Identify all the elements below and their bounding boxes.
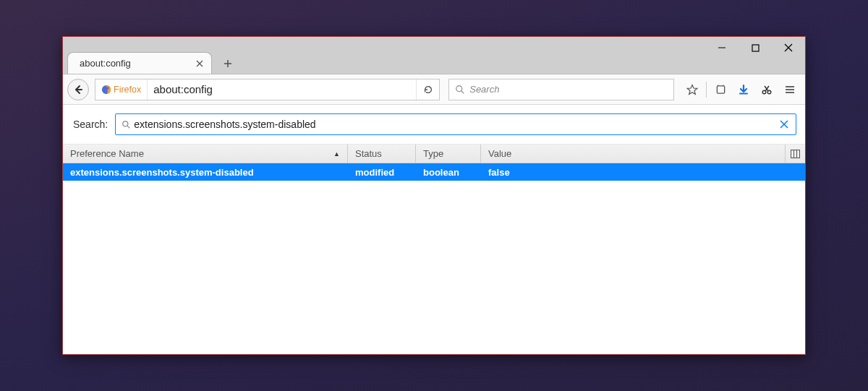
- hamburger-menu-button[interactable]: [779, 79, 801, 100]
- svg-rect-12: [717, 86, 724, 93]
- close-window-button[interactable]: [772, 37, 805, 59]
- nav-toolbar: Firefox about:config Search: [63, 74, 805, 105]
- url-text[interactable]: about:config: [148, 83, 416, 95]
- config-search-row: Search:: [63, 105, 805, 145]
- back-button[interactable]: [67, 79, 89, 100]
- bookmark-star-button[interactable]: [681, 79, 703, 100]
- library-button[interactable]: [710, 79, 731, 100]
- svg-rect-27: [791, 150, 800, 158]
- toolbar-right: [680, 79, 801, 100]
- toolbar-separator: [706, 82, 707, 98]
- close-tab-icon[interactable]: [194, 58, 205, 69]
- minimize-button[interactable]: [705, 37, 739, 59]
- config-search-input[interactable]: [134, 119, 777, 130]
- column-header-value[interactable]: Value: [481, 145, 805, 163]
- reload-button[interactable]: [416, 80, 439, 100]
- sort-asc-icon: ▲: [333, 150, 340, 158]
- pref-value-cell: false: [481, 167, 805, 178]
- screenshots-button[interactable]: [756, 79, 778, 100]
- column-header-type[interactable]: Type: [416, 145, 481, 163]
- table-row[interactable]: extensions.screenshots.system-disabled m…: [63, 163, 805, 181]
- config-search-box[interactable]: [115, 113, 796, 135]
- about-config-page: Search: Preference Name ▲ Status Type: [63, 105, 805, 354]
- downloads-button[interactable]: [733, 79, 754, 100]
- firefox-icon: [101, 85, 111, 95]
- browser-window: about:config Firefox: [62, 36, 806, 355]
- tab-title: about:config: [80, 58, 131, 69]
- svg-line-24: [127, 126, 129, 128]
- tab-strip: about:config: [67, 51, 239, 74]
- clear-search-icon[interactable]: [777, 120, 791, 129]
- identity-box[interactable]: Firefox: [95, 80, 148, 100]
- svg-line-11: [461, 90, 464, 93]
- firefox-identity-label: Firefox: [101, 85, 141, 95]
- svg-point-10: [456, 85, 462, 91]
- column-header-status[interactable]: Status: [348, 145, 416, 163]
- pref-type-cell: boolean: [416, 167, 481, 178]
- svg-rect-1: [752, 45, 759, 51]
- search-bar[interactable]: Search: [448, 79, 674, 100]
- url-bar[interactable]: Firefox about:config: [95, 79, 440, 100]
- search-icon: [455, 85, 465, 95]
- window-controls: [705, 37, 805, 59]
- search-icon: [122, 120, 131, 129]
- column-header-name[interactable]: Preference Name ▲: [63, 145, 348, 163]
- svg-point-23: [123, 121, 128, 126]
- search-placeholder: Search: [469, 84, 499, 95]
- pref-status-cell: modified: [348, 167, 416, 178]
- titlebar: about:config: [63, 37, 805, 74]
- new-tab-button[interactable]: [216, 53, 239, 74]
- tab-about-config[interactable]: about:config: [67, 52, 212, 74]
- maximize-button[interactable]: [739, 37, 772, 59]
- pref-name-cell: extensions.screenshots.system-disabled: [63, 167, 348, 178]
- column-picker-button[interactable]: [785, 145, 805, 163]
- prefs-table-header: Preference Name ▲ Status Type Value: [63, 145, 805, 163]
- config-search-label: Search:: [73, 119, 108, 130]
